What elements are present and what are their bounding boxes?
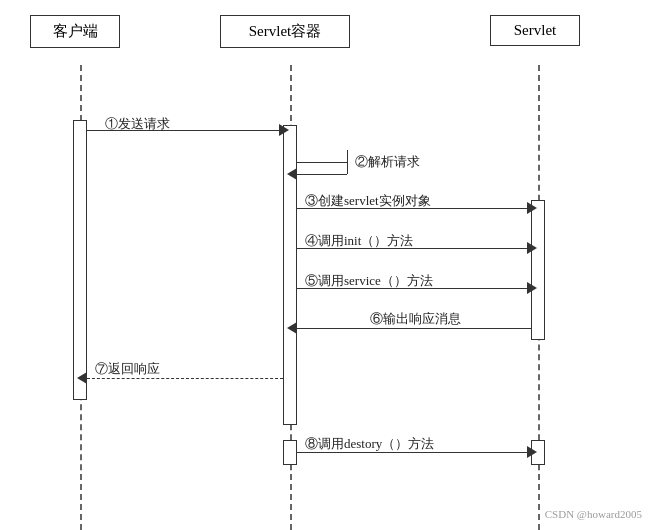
- label-return-response: ⑦返回响应: [95, 360, 160, 378]
- arrow-output-response: [297, 328, 531, 329]
- sequence-diagram: 客户端 Servlet容器 Servlet ①发送请求 ②解析请求 ③创建ser…: [0, 0, 657, 530]
- arrowhead-service: [527, 282, 537, 294]
- arrow-parse-right: [297, 162, 347, 163]
- arrowhead-init: [527, 242, 537, 254]
- arrowhead-create-servlet: [527, 202, 537, 214]
- label-service: ⑤调用service（）方法: [305, 272, 433, 290]
- arrow-return-response: [87, 378, 283, 379]
- arrowhead-return-response: [77, 372, 87, 384]
- arrowhead-output-response: [287, 322, 297, 334]
- activation-client: [73, 120, 87, 400]
- lifeline-header-container: Servlet容器: [220, 15, 350, 48]
- activation-container-2: [283, 440, 297, 465]
- arrowhead-parse-request: [287, 168, 297, 180]
- watermark: CSDN @howard2005: [545, 508, 642, 520]
- arrow-parse-back: [297, 174, 347, 175]
- label-create-servlet: ③创建servlet实例对象: [305, 192, 431, 210]
- label-destroy: ⑧调用destory（）方法: [305, 435, 434, 453]
- label-send-request: ①发送请求: [105, 115, 170, 133]
- label-init: ④调用init（）方法: [305, 232, 413, 250]
- activation-servlet: [531, 200, 545, 340]
- arrow-parse-down: [347, 150, 348, 174]
- arrowhead-send-request: [279, 124, 289, 136]
- arrowhead-destroy: [527, 446, 537, 458]
- lifeline-header-client: 客户端: [30, 15, 120, 48]
- label-parse-request: ②解析请求: [355, 153, 420, 171]
- lifeline-header-servlet: Servlet: [490, 15, 580, 46]
- label-output-response: ⑥输出响应消息: [370, 310, 461, 328]
